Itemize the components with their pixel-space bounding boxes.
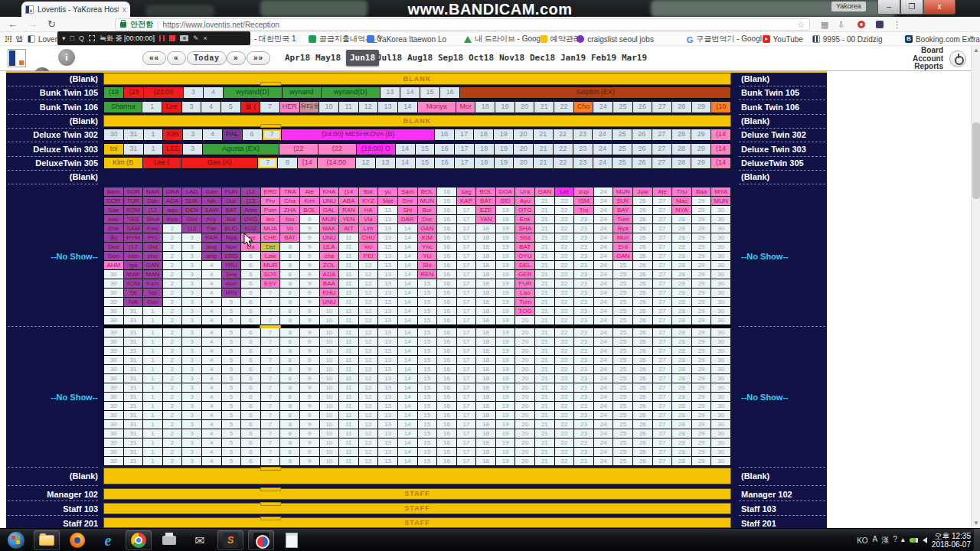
noshow-day-cell[interactable]: 25 [613,365,632,373]
noshow-day-cell[interactable]: 14 [398,307,417,315]
noshow-day-cell[interactable]: 19 [496,393,515,401]
noshow-day-cell[interactable]: 11 [339,420,358,429]
noshow-day-cell[interactable]: 6 [241,356,260,364]
day-cell[interactable]: 13 [381,87,400,98]
noshow-day-cell[interactable]: 8 [280,411,299,419]
noshow-day-cell[interactable]: 4 [202,270,221,279]
blank-bar[interactable]: BLANK [103,73,731,85]
noshow-booking-cell[interactable]: DAR [398,215,417,223]
noshow-day-cell[interactable]: 8 [280,298,299,306]
tray-icon[interactable]: 漢 [881,535,889,546]
noshow-booking-cell[interactable]: ZHA [280,206,299,214]
noshow-day-cell[interactable]: 16 [437,411,456,419]
noshow-day-cell[interactable]: 30 [104,316,123,324]
noshow-day-cell[interactable]: 14 [398,328,417,337]
noshow-day-cell[interactable]: 3 [182,279,201,288]
chrome-taskbar-icon[interactable] [126,530,152,550]
noshow-booking-cell[interactable]: Sha [515,233,534,242]
noshow-day-cell[interactable]: 30 [711,328,730,337]
noshow-booking-cell[interactable]: DOA [496,187,515,196]
noshow-day-cell[interactable]: 27 [653,298,672,306]
noshow-day-cell[interactable]: 21 [535,307,554,315]
noshow-day-cell[interactable]: 5 [222,328,241,337]
noshow-day-cell[interactable]: 25 [613,289,632,297]
month-tab-dec18[interactable]: Dec18 [530,53,555,63]
noshow-booking-cell[interactable]: Val [143,289,162,297]
noshow-day-cell[interactable]: 21 [535,328,554,337]
noshow-day-cell[interactable]: 18 [476,270,495,279]
noshow-day-cell[interactable]: 9 [300,429,319,438]
noshow-day-cell[interactable]: 3 [182,328,201,337]
day-cell[interactable]: 10 [319,102,338,112]
noshow-day-cell[interactable]: 2 [163,298,182,306]
noshow-day-cell[interactable]: 6 [241,252,260,260]
noshow-day-cell[interactable]: 30 [711,243,730,251]
noshow-day-cell[interactable]: 4 [202,383,221,392]
booking-cell[interactable]: Moriya [418,102,456,112]
noshow-day-cell[interactable]: 17 [457,365,476,373]
day-cell[interactable]: 14 [396,158,415,168]
noshow-booking-cell[interactable]: Dor [418,215,437,223]
noshow-day-cell[interactable]: 7 [261,374,280,383]
noshow-booking-cell[interactable]: ADA [163,197,182,205]
noshow-day-cell[interactable]: 19 [496,224,515,233]
noshow-day-cell[interactable]: 26 [633,420,652,429]
noshow-day-cell[interactable]: 28 [672,356,691,364]
noshow-day-cell[interactable]: 14 [398,279,417,288]
noshow-day-cell[interactable]: 4 [202,448,221,456]
noshow-day-cell[interactable]: 5 [222,307,241,315]
noshow-day-cell[interactable]: 29 [692,402,711,410]
day-cell[interactable]: 25 [613,102,632,112]
noshow-day-cell[interactable]: 30 [104,402,123,410]
noshow-day-cell[interactable]: 13 [378,365,397,373]
room-label[interactable]: Staff 201 [6,517,98,528]
noshow-day-cell[interactable]: 6 [241,393,260,401]
noshow-day-cell[interactable]: 8 [280,307,299,315]
noshow-day-cell[interactable]: 22 [555,233,574,242]
nav-page-1-button[interactable]: « [167,51,186,65]
noshow-day-cell[interactable]: 12 [359,411,378,419]
noshow-day-cell[interactable]: 29 [692,439,711,447]
noshow-day-cell[interactable]: 25 [613,439,632,447]
noshow-day-cell[interactable]: 22 [555,429,574,438]
noshow-day-cell[interactable]: 9 [300,328,319,337]
noshow-day-cell[interactable]: 21 [535,411,554,419]
address-bar[interactable]: 안전함 | https://www.loventis.net/Reception… [115,18,810,31]
noshow-day-cell[interactable]: 8 [280,261,299,269]
noshow-day-cell[interactable]: 8 [280,393,299,401]
noshow-booking-cell[interactable]: ang [202,243,221,251]
noshow-day-cell[interactable]: 26 [633,215,652,223]
noshow-day-cell[interactable]: 11 [339,298,358,306]
noshow-day-cell[interactable]: 28 [672,439,691,447]
noshow-day-cell[interactable]: 10 [320,429,339,438]
noshow-day-cell[interactable]: 21 [535,316,554,324]
day-cell[interactable]: 17 [455,144,474,155]
day-cell[interactable]: 26 [633,102,652,112]
noshow-day-cell[interactable]: 30 [711,206,730,214]
room-label[interactable]: Bunk Twin 106 [739,101,827,113]
noshow-day-cell[interactable]: 27 [653,448,672,456]
noshow-day-cell[interactable]: 20 [515,383,534,392]
month-tab-aug18[interactable]: Aug18 [407,53,433,63]
day-cell[interactable]: 24 [593,102,612,112]
noshow-day-cell[interactable]: 18 [476,365,495,373]
noshow-day-cell[interactable]: 6 [241,270,260,279]
noshow-booking-cell[interactable]: sag [457,187,476,196]
noshow-day-cell[interactable]: 19 [496,316,515,324]
noshow-day-cell[interactable]: 30 [104,337,123,346]
noshow-day-cell[interactable]: 30 [104,279,123,288]
noshow-day-cell[interactable]: 21 [535,457,554,465]
noshow-day-cell[interactable]: 10 [320,365,339,373]
bandicam-window-icon[interactable]: □ [70,34,74,42]
noshow-day-cell[interactable]: 13 [378,393,397,401]
noshow-day-cell[interactable]: 18 [476,402,495,410]
noshow-day-cell[interactable]: 5 [222,347,241,355]
blank-bar[interactable] [103,468,731,484]
noshow-day-cell[interactable]: 19 [496,337,515,346]
noshow-day-cell[interactable]: 4 [202,307,221,315]
noshow-booking-cell[interactable]: Pum [261,206,280,214]
month-tab-mar19[interactable]: Mar19 [622,53,647,63]
noshow-day-cell[interactable]: 10 [320,457,339,465]
noshow-day-cell[interactable]: 16 [437,307,456,315]
booking-cell[interactable]: wynand(D) [224,87,282,98]
